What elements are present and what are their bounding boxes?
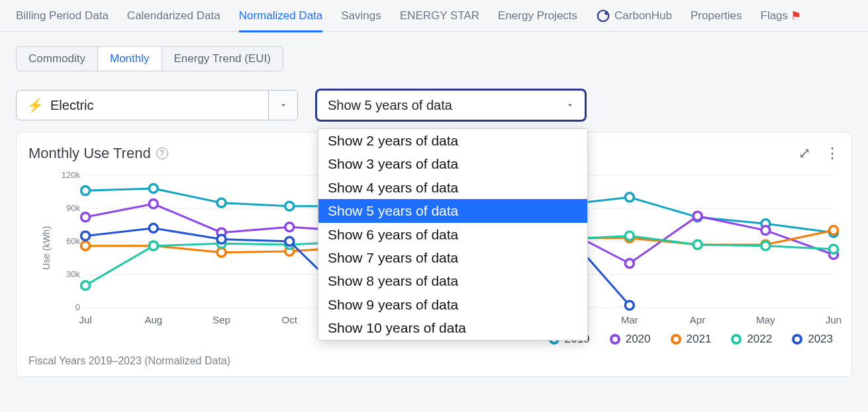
years-select-label: Show 5 years of data xyxy=(328,98,452,113)
years-option[interactable]: Show 10 years of data xyxy=(318,316,587,339)
legend-marker-icon xyxy=(610,334,620,345)
card-actions: ⤢ ⋮ xyxy=(798,145,840,162)
data-point[interactable] xyxy=(217,248,226,257)
sub-tab-bar: CommodityMonthlyEnergy Trend (EUI) xyxy=(16,46,868,71)
years-select[interactable]: Show 5 years of data xyxy=(316,90,585,120)
flag-icon: ⚑ xyxy=(791,9,801,23)
top-tab-bar: Billing Period DataCalendarized DataNorm… xyxy=(0,0,868,32)
y-tick-label: 0 xyxy=(75,302,80,312)
top-tab-carbonhub[interactable]: CarbonHub xyxy=(596,0,672,32)
top-tab-label: Normalized Data xyxy=(239,9,323,22)
legend-label: 2023 xyxy=(808,333,833,346)
top-tab-billing-period-data[interactable]: Billing Period Data xyxy=(16,0,109,32)
data-point[interactable] xyxy=(81,281,90,290)
data-point[interactable] xyxy=(81,231,90,240)
top-tab-label: Energy Projects xyxy=(498,9,577,22)
top-tab-label: Flags xyxy=(761,9,789,22)
years-option[interactable]: Show 2 years of data xyxy=(318,129,587,152)
y-tick-label: 120k xyxy=(62,170,81,180)
legend-item[interactable]: 2021 xyxy=(671,333,712,346)
commodity-select-caret[interactable] xyxy=(268,91,297,120)
data-point[interactable] xyxy=(830,226,838,235)
data-point[interactable] xyxy=(149,185,158,193)
top-tab-calendarized-data[interactable]: Calendarized Data xyxy=(127,0,220,32)
data-point[interactable] xyxy=(217,198,226,207)
sub-tab-monthly[interactable]: Monthly xyxy=(97,46,162,71)
svg-point-0 xyxy=(598,10,609,21)
legend-marker-icon xyxy=(671,334,681,345)
data-point[interactable] xyxy=(625,301,634,309)
years-option[interactable]: Show 6 years of data xyxy=(318,223,587,246)
top-tab-properties[interactable]: Properties xyxy=(691,0,742,32)
data-point[interactable] xyxy=(285,202,294,210)
chevron-down-icon xyxy=(279,101,288,110)
x-tick-label: Sep xyxy=(213,314,230,325)
x-tick-label: Apr xyxy=(690,314,705,325)
top-tab-energy-star[interactable]: ENERGY STAR xyxy=(400,0,479,32)
x-tick-label: Aug xyxy=(144,314,162,325)
data-point[interactable] xyxy=(217,235,226,243)
years-option[interactable]: Show 7 years of data xyxy=(318,246,587,269)
y-tick-label: 90k xyxy=(66,203,80,213)
top-tab-label: Calendarized Data xyxy=(127,9,220,22)
expand-icon[interactable]: ⤢ xyxy=(798,145,810,162)
data-point[interactable] xyxy=(81,186,90,195)
data-point[interactable] xyxy=(149,241,158,250)
data-point[interactable] xyxy=(830,245,838,253)
legend-item[interactable]: 2023 xyxy=(792,333,833,346)
data-point[interactable] xyxy=(693,212,702,220)
top-tab-label: CarbonHub xyxy=(614,9,672,22)
data-point[interactable] xyxy=(693,241,702,249)
card-footer-note: Fiscal Years 2019–2023 (Normalized Data) xyxy=(28,355,840,367)
years-option[interactable]: Show 5 years of data xyxy=(318,199,587,222)
sub-tab-energy-trend-eui-[interactable]: Energy Trend (EUI) xyxy=(162,46,283,71)
x-tick-label: Jul xyxy=(79,314,91,325)
chevron-down-icon xyxy=(565,101,575,110)
data-point[interactable] xyxy=(285,223,294,231)
commodity-select-label: Electric xyxy=(50,98,94,113)
legend-marker-icon xyxy=(792,334,802,345)
data-point[interactable] xyxy=(761,226,770,235)
data-point[interactable] xyxy=(81,213,90,222)
top-tab-flags[interactable]: Flags⚑ xyxy=(761,0,802,32)
x-tick-label: Jun xyxy=(826,314,842,325)
top-tab-label: Properties xyxy=(691,9,742,22)
carbonhub-icon xyxy=(596,9,610,23)
commodity-select[interactable]: ⚡ Electric xyxy=(16,90,298,120)
more-icon[interactable]: ⋮ xyxy=(825,145,840,162)
data-point[interactable] xyxy=(761,241,770,250)
y-tick-label: 30k xyxy=(66,269,80,279)
x-tick-label: May xyxy=(756,314,775,325)
legend-label: 2022 xyxy=(747,333,772,346)
years-select-caret[interactable] xyxy=(555,91,585,120)
years-option[interactable]: Show 8 years of data xyxy=(318,269,587,292)
top-tab-label: Billing Period Data xyxy=(16,9,109,22)
data-point[interactable] xyxy=(625,231,634,240)
legend-item[interactable]: 2022 xyxy=(731,333,772,346)
sub-tab-commodity[interactable]: Commodity xyxy=(16,46,98,71)
years-option[interactable]: Show 3 years of data xyxy=(318,152,587,175)
card-title: Monthly Use Trend xyxy=(28,145,151,162)
help-icon[interactable]: ? xyxy=(156,147,168,159)
years-option[interactable]: Show 4 years of data xyxy=(318,176,587,199)
data-point[interactable] xyxy=(81,241,90,250)
y-axis-label: Use (kWh) xyxy=(41,226,52,270)
top-tab-energy-projects[interactable]: Energy Projects xyxy=(498,0,577,32)
data-point[interactable] xyxy=(625,259,634,268)
data-point[interactable] xyxy=(625,193,634,202)
data-point[interactable] xyxy=(285,237,294,246)
years-option[interactable]: Show 9 years of data xyxy=(318,293,587,316)
top-tab-normalized-data[interactable]: Normalized Data xyxy=(239,0,323,32)
years-select-main[interactable]: Show 5 years of data xyxy=(317,91,555,120)
top-tab-savings[interactable]: Savings xyxy=(341,0,381,32)
top-tab-label: Savings xyxy=(341,9,381,22)
data-point[interactable] xyxy=(149,224,158,233)
commodity-select-main[interactable]: ⚡ Electric xyxy=(17,91,268,120)
top-tab-label: ENERGY STAR xyxy=(400,9,479,22)
x-tick-label: Oct xyxy=(282,314,298,325)
y-tick-label: 60k xyxy=(66,236,80,246)
data-point[interactable] xyxy=(149,200,158,208)
legend-item[interactable]: 2020 xyxy=(610,333,651,346)
years-dropdown: Show 2 years of dataShow 3 years of data… xyxy=(318,128,588,341)
svg-point-1 xyxy=(604,12,608,15)
